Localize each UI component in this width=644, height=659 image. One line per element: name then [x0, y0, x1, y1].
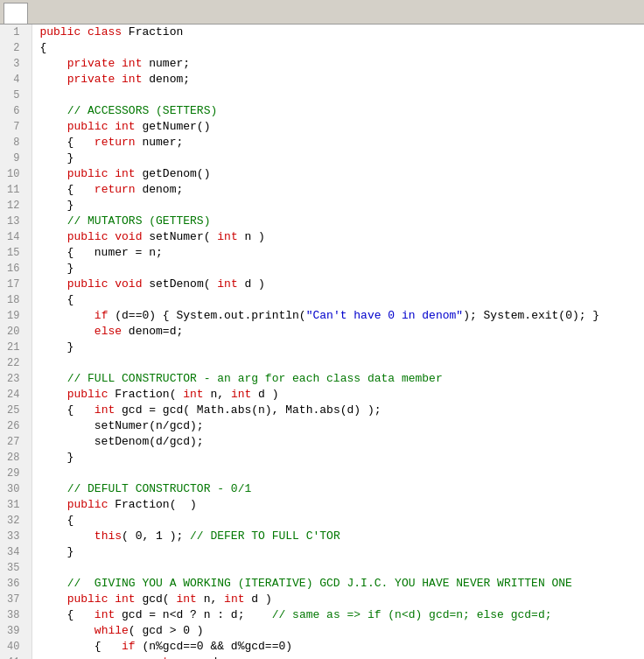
- line-number: 39: [7, 623, 24, 639]
- code-line: this( 0, 1 ); // DEFER TO FULL C'TOR: [39, 529, 637, 544]
- line-number: 31: [7, 497, 24, 513]
- code-line: setNumer(n/gcd);: [39, 418, 637, 434]
- code-line: public Fraction( ): [39, 497, 637, 513]
- line-number: 32: [7, 513, 24, 529]
- code-line: public int gcd( int n, int d ): [39, 592, 637, 607]
- line-number: 8: [7, 135, 24, 151]
- code-line: // DEFULT CONSTRUCTOR - 0/1: [39, 481, 637, 497]
- line-number: 41: [7, 655, 24, 659]
- code-line: public int getDenom(): [39, 166, 637, 182]
- line-number: 7: [7, 119, 24, 135]
- tab-bar: [0, 0, 644, 25]
- line-number: 15: [7, 245, 24, 261]
- code-line: // MUTATORS (GETTERS): [39, 214, 637, 229]
- code-line: { numer = n;: [39, 245, 637, 261]
- code-line: {: [39, 513, 637, 529]
- code-content[interactable]: public class Fraction{ private int numer…: [32, 25, 644, 659]
- code-line: { return denom;: [39, 182, 637, 198]
- code-line: [39, 88, 637, 103]
- line-number: 36: [7, 576, 24, 592]
- code-line: }: [39, 340, 637, 355]
- code-line: [39, 355, 637, 371]
- line-number: 19: [7, 308, 24, 324]
- line-number: 27: [7, 434, 24, 450]
- editor-area: 1234567891011121314151617181920212223242…: [0, 25, 644, 659]
- code-line: }: [39, 151, 637, 166]
- main-window: 1234567891011121314151617181920212223242…: [0, 0, 644, 659]
- line-number-gutter: 1234567891011121314151617181920212223242…: [0, 25, 32, 659]
- line-number: 12: [7, 198, 24, 214]
- line-number: 17: [7, 277, 24, 292]
- line-number: 26: [7, 418, 24, 434]
- line-number: 21: [7, 340, 24, 355]
- code-line: public class Fraction: [39, 25, 637, 40]
- line-number: 4: [7, 72, 24, 88]
- line-number: 34: [7, 544, 24, 560]
- line-number: 11: [7, 182, 24, 198]
- line-number: 16: [7, 261, 24, 277]
- line-number: 38: [7, 607, 24, 623]
- line-number: 33: [7, 529, 24, 544]
- line-number: 18: [7, 292, 24, 308]
- code-line: { if (n%gcd==0 && d%gcd==0): [39, 639, 637, 655]
- code-line: }: [39, 544, 637, 560]
- code-line: }: [39, 261, 637, 277]
- code-line: // FULL CONSTRUCTOR - an arg for each cl…: [39, 371, 637, 387]
- code-line: {: [39, 292, 637, 308]
- line-number: 30: [7, 481, 24, 497]
- code-line: { int gcd = gcd( Math.abs(n), Math.abs(d…: [39, 403, 637, 418]
- line-number: 14: [7, 229, 24, 245]
- code-line: return gcd;: [39, 655, 637, 659]
- line-number: 20: [7, 324, 24, 340]
- line-number: 13: [7, 214, 24, 229]
- code-line: {: [39, 40, 637, 56]
- line-number: 23: [7, 371, 24, 387]
- line-number: 40: [7, 639, 24, 655]
- line-number: 24: [7, 387, 24, 403]
- code-line: { return numer;: [39, 135, 637, 151]
- code-line: private int denom;: [39, 72, 637, 88]
- code-line: }: [39, 450, 637, 466]
- tab-fraction-java[interactable]: [4, 3, 28, 24]
- code-line: setDenom(d/gcd);: [39, 434, 637, 450]
- line-number: 28: [7, 450, 24, 466]
- code-line: public void setDenom( int d ): [39, 277, 637, 292]
- line-number: 9: [7, 151, 24, 166]
- line-number: 25: [7, 403, 24, 418]
- code-line: [39, 466, 637, 481]
- code-line: // ACCESSORS (SETTERS): [39, 103, 637, 119]
- line-number: 3: [7, 56, 24, 72]
- code-line: public void setNumer( int n ): [39, 229, 637, 245]
- code-line: if (d==0) { System.out.println("Can't ha…: [39, 308, 637, 324]
- code-line: // GIVING YOU A WORKING (ITERATIVE) GCD …: [39, 576, 637, 592]
- line-number: 22: [7, 355, 24, 371]
- code-line: while( gcd > 0 ): [39, 623, 637, 639]
- code-line: [39, 560, 637, 576]
- line-number: 2: [7, 40, 24, 56]
- code-line: public int getNumer(): [39, 119, 637, 135]
- line-number: 10: [7, 166, 24, 182]
- code-line: public Fraction( int n, int d ): [39, 387, 637, 403]
- code-line: private int numer;: [39, 56, 637, 72]
- line-number: 5: [7, 88, 24, 103]
- code-line: { int gcd = n<d ? n : d; // same as => i…: [39, 607, 637, 623]
- line-number: 1: [7, 25, 24, 40]
- line-number: 37: [7, 592, 24, 607]
- line-number: 6: [7, 103, 24, 119]
- code-line: else denom=d;: [39, 324, 637, 340]
- code-line: }: [39, 198, 637, 214]
- line-number: 29: [7, 466, 24, 481]
- line-number: 35: [7, 560, 24, 576]
